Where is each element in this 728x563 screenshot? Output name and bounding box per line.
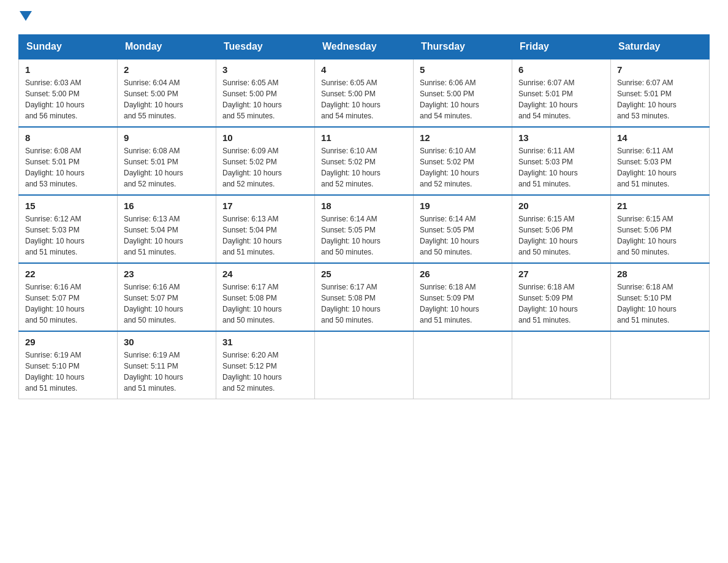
calendar-cell: 7 Sunrise: 6:07 AM Sunset: 5:01 PM Dayli… <box>611 59 710 127</box>
calendar-cell: 21 Sunrise: 6:15 AM Sunset: 5:06 PM Dayl… <box>611 195 710 263</box>
calendar-cell: 4 Sunrise: 6:05 AM Sunset: 5:00 PM Dayli… <box>315 59 414 127</box>
week-row-1: 1 Sunrise: 6:03 AM Sunset: 5:00 PM Dayli… <box>19 59 710 127</box>
day-number: 23 <box>124 269 210 279</box>
day-number: 30 <box>124 337 210 347</box>
day-number: 5 <box>420 64 506 75</box>
day-info: Sunrise: 6:04 AM Sunset: 5:00 PM Dayligh… <box>124 77 210 121</box>
day-number: 2 <box>124 64 210 75</box>
calendar-cell: 28 Sunrise: 6:18 AM Sunset: 5:10 PM Dayl… <box>611 263 710 331</box>
calendar-cell: 25 Sunrise: 6:17 AM Sunset: 5:08 PM Dayl… <box>315 263 414 331</box>
day-number: 15 <box>25 201 111 211</box>
day-info: Sunrise: 6:08 AM Sunset: 5:01 PM Dayligh… <box>124 145 210 190</box>
calendar-cell: 1 Sunrise: 6:03 AM Sunset: 5:00 PM Dayli… <box>19 59 118 127</box>
day-info: Sunrise: 6:19 AM Sunset: 5:11 PM Dayligh… <box>124 350 210 394</box>
calendar-cell: 14 Sunrise: 6:11 AM Sunset: 5:03 PM Dayl… <box>611 127 710 195</box>
day-info: Sunrise: 6:07 AM Sunset: 5:01 PM Dayligh… <box>518 77 604 121</box>
day-info: Sunrise: 6:13 AM Sunset: 5:04 PM Dayligh… <box>222 213 308 258</box>
calendar-cell: 31 Sunrise: 6:20 AM Sunset: 5:12 PM Dayl… <box>216 331 315 399</box>
day-info: Sunrise: 6:12 AM Sunset: 5:03 PM Dayligh… <box>25 213 111 258</box>
day-number: 16 <box>124 201 210 211</box>
day-info: Sunrise: 6:17 AM Sunset: 5:08 PM Dayligh… <box>222 282 308 326</box>
day-number: 31 <box>222 337 308 347</box>
day-number: 20 <box>518 201 604 211</box>
day-info: Sunrise: 6:16 AM Sunset: 5:07 PM Dayligh… <box>25 282 111 326</box>
calendar-cell: 27 Sunrise: 6:18 AM Sunset: 5:09 PM Dayl… <box>512 263 611 331</box>
calendar-cell: 2 Sunrise: 6:04 AM Sunset: 5:00 PM Dayli… <box>118 59 216 127</box>
header-cell-sunday: Sunday <box>19 35 118 59</box>
calendar-cell: 3 Sunrise: 6:05 AM Sunset: 5:00 PM Dayli… <box>216 59 315 127</box>
week-row-5: 29 Sunrise: 6:19 AM Sunset: 5:10 PM Dayl… <box>19 331 710 399</box>
calendar-cell: 18 Sunrise: 6:14 AM Sunset: 5:05 PM Dayl… <box>315 195 414 263</box>
day-number: 26 <box>420 269 506 279</box>
day-number: 6 <box>518 64 604 75</box>
day-number: 29 <box>25 337 111 347</box>
logo-triangle-icon <box>20 11 32 21</box>
day-number: 11 <box>321 132 407 143</box>
header-cell-friday: Friday <box>512 35 611 59</box>
day-info: Sunrise: 6:13 AM Sunset: 5:04 PM Dayligh… <box>124 213 210 258</box>
calendar-cell: 23 Sunrise: 6:16 AM Sunset: 5:07 PM Dayl… <box>118 263 216 331</box>
calendar-cell: 6 Sunrise: 6:07 AM Sunset: 5:01 PM Dayli… <box>512 59 611 127</box>
day-info: Sunrise: 6:19 AM Sunset: 5:10 PM Dayligh… <box>25 350 111 394</box>
day-number: 18 <box>321 201 407 211</box>
day-info: Sunrise: 6:18 AM Sunset: 5:10 PM Dayligh… <box>617 282 703 326</box>
day-info: Sunrise: 6:06 AM Sunset: 5:00 PM Dayligh… <box>420 77 506 121</box>
day-info: Sunrise: 6:05 AM Sunset: 5:00 PM Dayligh… <box>321 77 407 121</box>
day-number: 12 <box>420 132 506 143</box>
logo <box>18 12 32 22</box>
header-row: SundayMondayTuesdayWednesdayThursdayFrid… <box>19 35 710 59</box>
header-cell-wednesday: Wednesday <box>315 35 414 59</box>
day-info: Sunrise: 6:15 AM Sunset: 5:06 PM Dayligh… <box>518 213 604 258</box>
day-info: Sunrise: 6:11 AM Sunset: 5:03 PM Dayligh… <box>518 145 604 190</box>
day-info: Sunrise: 6:03 AM Sunset: 5:00 PM Dayligh… <box>25 77 111 121</box>
day-number: 13 <box>518 132 604 143</box>
header-cell-thursday: Thursday <box>414 35 512 59</box>
day-number: 4 <box>321 64 407 75</box>
calendar-cell: 29 Sunrise: 6:19 AM Sunset: 5:10 PM Dayl… <box>19 331 118 399</box>
week-row-4: 22 Sunrise: 6:16 AM Sunset: 5:07 PM Dayl… <box>19 263 710 331</box>
day-number: 3 <box>222 64 308 75</box>
day-info: Sunrise: 6:07 AM Sunset: 5:01 PM Dayligh… <box>617 77 703 121</box>
day-info: Sunrise: 6:18 AM Sunset: 5:09 PM Dayligh… <box>518 282 604 326</box>
calendar-cell: 11 Sunrise: 6:10 AM Sunset: 5:02 PM Dayl… <box>315 127 414 195</box>
week-row-3: 15 Sunrise: 6:12 AM Sunset: 5:03 PM Dayl… <box>19 195 710 263</box>
day-number: 25 <box>321 269 407 279</box>
calendar-cell: 22 Sunrise: 6:16 AM Sunset: 5:07 PM Dayl… <box>19 263 118 331</box>
header-cell-tuesday: Tuesday <box>216 35 315 59</box>
header-cell-saturday: Saturday <box>611 35 710 59</box>
calendar-header: SundayMondayTuesdayWednesdayThursdayFrid… <box>19 35 710 59</box>
calendar-cell: 9 Sunrise: 6:08 AM Sunset: 5:01 PM Dayli… <box>118 127 216 195</box>
day-info: Sunrise: 6:10 AM Sunset: 5:02 PM Dayligh… <box>321 145 407 190</box>
calendar-cell: 30 Sunrise: 6:19 AM Sunset: 5:11 PM Dayl… <box>118 331 216 399</box>
calendar-cell: 13 Sunrise: 6:11 AM Sunset: 5:03 PM Dayl… <box>512 127 611 195</box>
day-number: 24 <box>222 269 308 279</box>
day-number: 8 <box>25 132 111 143</box>
day-info: Sunrise: 6:09 AM Sunset: 5:02 PM Dayligh… <box>222 145 308 190</box>
calendar-cell: 10 Sunrise: 6:09 AM Sunset: 5:02 PM Dayl… <box>216 127 315 195</box>
day-number: 1 <box>25 64 111 75</box>
calendar-cell: 19 Sunrise: 6:14 AM Sunset: 5:05 PM Dayl… <box>414 195 512 263</box>
day-info: Sunrise: 6:15 AM Sunset: 5:06 PM Dayligh… <box>617 213 703 258</box>
day-info: Sunrise: 6:14 AM Sunset: 5:05 PM Dayligh… <box>321 213 407 258</box>
day-number: 21 <box>617 201 703 211</box>
day-info: Sunrise: 6:16 AM Sunset: 5:07 PM Dayligh… <box>124 282 210 326</box>
day-info: Sunrise: 6:17 AM Sunset: 5:08 PM Dayligh… <box>321 282 407 326</box>
calendar-cell: 15 Sunrise: 6:12 AM Sunset: 5:03 PM Dayl… <box>19 195 118 263</box>
day-number: 9 <box>124 132 210 143</box>
day-number: 27 <box>518 269 604 279</box>
calendar-cell: 12 Sunrise: 6:10 AM Sunset: 5:02 PM Dayl… <box>414 127 512 195</box>
page-header <box>18 12 710 22</box>
day-info: Sunrise: 6:18 AM Sunset: 5:09 PM Dayligh… <box>420 282 506 326</box>
calendar-cell: 16 Sunrise: 6:13 AM Sunset: 5:04 PM Dayl… <box>118 195 216 263</box>
calendar-cell: 8 Sunrise: 6:08 AM Sunset: 5:01 PM Dayli… <box>19 127 118 195</box>
day-info: Sunrise: 6:11 AM Sunset: 5:03 PM Dayligh… <box>617 145 703 190</box>
day-info: Sunrise: 6:05 AM Sunset: 5:00 PM Dayligh… <box>222 77 308 121</box>
calendar-cell: 24 Sunrise: 6:17 AM Sunset: 5:08 PM Dayl… <box>216 263 315 331</box>
day-number: 17 <box>222 201 308 211</box>
day-number: 10 <box>222 132 308 143</box>
calendar-cell: 26 Sunrise: 6:18 AM Sunset: 5:09 PM Dayl… <box>414 263 512 331</box>
day-number: 22 <box>25 269 111 279</box>
day-number: 28 <box>617 269 703 279</box>
calendar-cell: 17 Sunrise: 6:13 AM Sunset: 5:04 PM Dayl… <box>216 195 315 263</box>
day-info: Sunrise: 6:10 AM Sunset: 5:02 PM Dayligh… <box>420 145 506 190</box>
